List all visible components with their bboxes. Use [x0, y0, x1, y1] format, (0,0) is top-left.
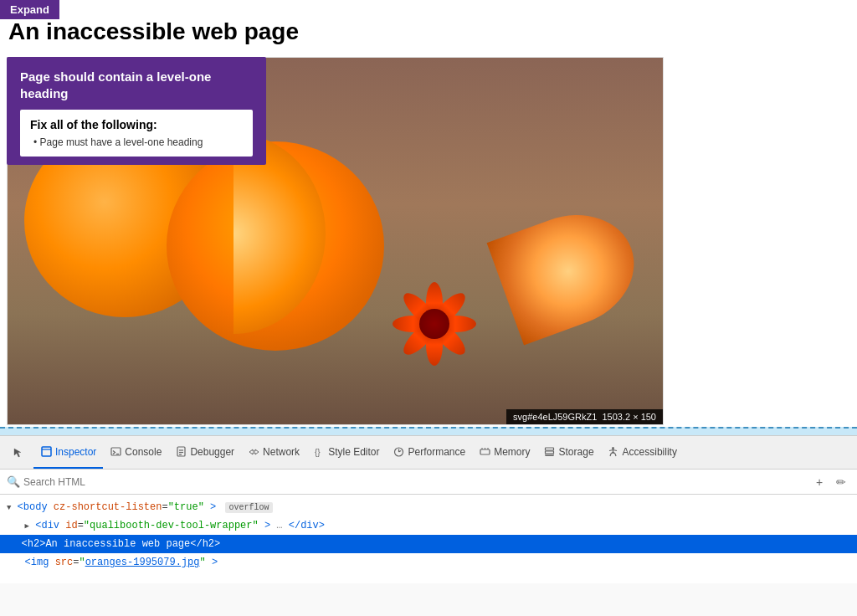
html-tree: <body cz-shortcut-listen="true" > overfl… — [0, 495, 857, 583]
svg-point-19 — [612, 447, 614, 449]
fix-heading: Fix all of the following: — [30, 118, 243, 131]
tree-line: <div id="qualibooth-dev-tool-wrapper" > … — [7, 516, 850, 535]
orange-slice — [487, 198, 650, 346]
tab-network-label: Network — [263, 446, 300, 458]
devtools-left-icons — [3, 441, 33, 465]
tree-caret[interactable] — [7, 501, 11, 513]
tab-storage[interactable]: Storage — [537, 436, 601, 469]
devtools-toolbar: Inspector Console Debugger — [0, 436, 857, 470]
tab-performance[interactable]: Performance — [386, 436, 472, 469]
inspector-icon — [40, 446, 52, 458]
memory-icon — [479, 446, 490, 458]
tab-network[interactable]: Network — [241, 436, 306, 469]
tree-caret[interactable] — [25, 520, 29, 531]
tab-accessibility-label: Accessibility — [623, 446, 677, 458]
svg-rect-16 — [546, 448, 554, 450]
style-editor-icon: {} — [313, 446, 325, 458]
svg-rect-17 — [546, 451, 554, 454]
page-area: Expand An inaccessible web page Page sho… — [0, 0, 857, 435]
tab-inspector[interactable]: Inspector — [33, 436, 103, 469]
tab-console[interactable]: Console — [103, 436, 168, 469]
tree-line-highlighted[interactable]: <h2>An inaccessible web page</h2> — [0, 535, 857, 553]
search-input[interactable] — [23, 476, 807, 488]
add-node-button[interactable]: + — [810, 473, 829, 491]
console-icon — [110, 446, 121, 458]
tab-console-label: Console — [125, 446, 162, 458]
tree-line: <body cz-shortcut-listen="true" > overfl… — [7, 498, 850, 516]
tab-performance-label: Performance — [408, 446, 465, 458]
tab-storage-label: Storage — [559, 446, 594, 458]
fix-item: • Page must have a level-one heading — [30, 136, 243, 148]
dashed-outline — [0, 427, 857, 435]
flower — [384, 274, 485, 374]
svg-rect-12 — [480, 449, 490, 454]
svg-rect-0 — [42, 447, 51, 456]
tab-debugger-label: Debugger — [190, 446, 234, 458]
devtools-search-bar: 🔍 + ✏ — [0, 470, 857, 495]
page-title: An inaccessible web page — [8, 18, 299, 45]
svg-text:{}: {} — [315, 448, 321, 457]
tab-inspector-label: Inspector — [55, 446, 96, 458]
pick-element-button[interactable] — [7, 441, 30, 465]
edit-html-button[interactable]: ✏ — [832, 473, 850, 491]
accessibility-tooltip: Page should contain a level-one heading … — [7, 57, 266, 165]
tab-memory[interactable]: Memory — [472, 436, 536, 469]
search-icon: 🔍 — [7, 475, 20, 488]
performance-icon — [393, 446, 404, 458]
svg-rect-2 — [111, 448, 121, 455]
expand-button[interactable]: Expand — [0, 0, 59, 19]
debugger-icon — [175, 446, 187, 458]
image-size-tooltip: svg#e4eLJ59GRkZ1 1503.2 × 150 — [506, 409, 663, 424]
tree-line: <img src="oranges-1995079.jpg" > — [7, 553, 850, 572]
tab-memory-label: Memory — [494, 446, 530, 458]
storage-icon — [544, 446, 556, 458]
tooltip-fix-box: Fix all of the following: • Page must ha… — [20, 110, 253, 157]
devtools-panel: Inspector Console Debugger — [0, 435, 857, 616]
svg-rect-18 — [546, 454, 554, 456]
devtools-actions: + ✏ — [810, 473, 850, 491]
accessibility-icon — [608, 446, 619, 458]
tooltip-title: Page should contain a level-one heading — [20, 69, 253, 101]
tab-accessibility[interactable]: Accessibility — [601, 436, 684, 469]
tab-style-editor[interactable]: {} Style Editor — [306, 436, 386, 469]
tab-debugger[interactable]: Debugger — [168, 436, 241, 469]
tab-style-editor-label: Style Editor — [328, 446, 379, 458]
overflow-badge: overflow — [225, 502, 272, 513]
flower-center — [419, 309, 449, 339]
network-icon — [248, 446, 259, 458]
